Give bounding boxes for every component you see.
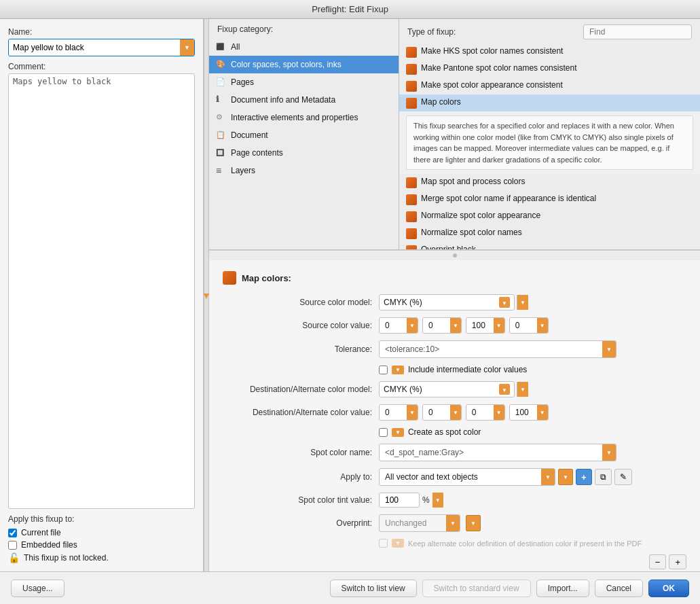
embedded-files-checkbox[interactable] bbox=[8, 541, 17, 550]
spot-tint-input[interactable] bbox=[379, 493, 420, 508]
cancel-button[interactable]: Cancel bbox=[595, 580, 643, 597]
spot-color-name-control: <d_spot_name:Gray> bbox=[379, 444, 616, 461]
embedded-files-row: Embedded files bbox=[8, 540, 195, 550]
source-val-1-arrow[interactable] bbox=[450, 318, 461, 333]
ok-button[interactable]: OK bbox=[648, 580, 689, 597]
apply-section: Apply this fixup to: Current file Embedd… bbox=[8, 514, 195, 563]
dest-color-model-dropdown-btn[interactable] bbox=[517, 382, 528, 397]
fixup-icon-hks bbox=[406, 47, 417, 58]
fixup-type-pantone[interactable]: Make Pantone spot color names consistent bbox=[399, 60, 700, 77]
tolerance-arrow[interactable] bbox=[602, 341, 616, 357]
spot-color-name-arrow[interactable] bbox=[602, 444, 616, 461]
dest-val-3-arrow[interactable] bbox=[537, 405, 548, 420]
overprint-value: Unchanged bbox=[380, 516, 446, 530]
apply-to-plus-btn[interactable]: + bbox=[576, 469, 592, 485]
include-intermediate-checkbox[interactable] bbox=[379, 366, 388, 374]
panel-splitter[interactable]: ▼ bbox=[204, 19, 209, 571]
current-file-row: Current file bbox=[8, 528, 195, 537]
include-intermediate-row: ▼ Include intermediate color values bbox=[223, 365, 686, 374]
switch-list-button[interactable]: Switch to list view bbox=[330, 580, 417, 597]
name-dropdown-btn[interactable] bbox=[180, 39, 194, 56]
find-input[interactable] bbox=[583, 24, 692, 39]
source-val-3-num: 0 bbox=[510, 319, 537, 332]
spot-tint-arrow[interactable] bbox=[432, 493, 443, 508]
dest-val-2-arrow[interactable] bbox=[494, 405, 504, 420]
color-icon bbox=[216, 59, 227, 70]
dest-color-model-label: Destination/Alternate color model: bbox=[223, 385, 372, 394]
category-item-all[interactable]: All bbox=[209, 38, 399, 56]
fixup-type-normalize-names[interactable]: Normalize spot color names bbox=[399, 225, 700, 242]
source-val-1: 0 bbox=[422, 317, 462, 334]
apply-to-copy-btn[interactable]: ⧉ bbox=[595, 469, 612, 485]
fixup-type-merge-spot[interactable]: Merge spot color name if appearance is i… bbox=[399, 191, 700, 208]
category-item-doc-info[interactable]: Document info and Metadata bbox=[209, 91, 399, 109]
create-spot-checkbox[interactable] bbox=[379, 428, 388, 437]
fixup-category-section: Fixup category: All Color spaces, spot c… bbox=[209, 19, 399, 249]
detail-panel: Map colors: Source color model: CMYK (%)… bbox=[209, 260, 700, 571]
overprint-arrow2[interactable] bbox=[466, 515, 481, 531]
source-val-0-arrow[interactable] bbox=[407, 318, 418, 333]
fixup-type-overprint-black[interactable]: Overprint black bbox=[399, 242, 700, 249]
apply-to-arrow2[interactable] bbox=[558, 469, 573, 485]
comment-input[interactable] bbox=[8, 73, 195, 509]
fixup-type-map-colors[interactable]: Map colors bbox=[399, 94, 700, 111]
dest-color-model-row: Destination/Alternate color model: CMYK … bbox=[223, 381, 686, 397]
fixup-type-description: This fixup searches for a specified colo… bbox=[399, 111, 700, 174]
overprint-arrow[interactable] bbox=[446, 515, 460, 531]
minus-plus-row: − + bbox=[223, 554, 686, 569]
name-input[interactable] bbox=[9, 40, 180, 55]
current-file-checkbox[interactable] bbox=[8, 529, 17, 537]
dest-val-1: 0 bbox=[422, 404, 462, 421]
source-color-model-dropdown-btn[interactable] bbox=[517, 295, 528, 310]
spot-color-name-value: <d_spot_name:Gray> bbox=[380, 446, 602, 459]
plus-small-btn[interactable]: + bbox=[669, 554, 686, 569]
document-icon bbox=[216, 130, 227, 141]
minus-btn[interactable]: − bbox=[649, 554, 667, 569]
lock-label: This fixup is not locked. bbox=[24, 553, 109, 563]
source-color-model-select[interactable]: CMYK (%) bbox=[379, 294, 515, 310]
spot-color-name-select[interactable]: <d_spot_name:Gray> bbox=[379, 444, 616, 461]
include-intermediate-label: Include intermediate color values bbox=[408, 365, 527, 374]
category-item-layers[interactable]: Layers bbox=[209, 162, 399, 179]
source-color-value-row: Source color value: 0 0 100 bbox=[223, 317, 686, 334]
usage-button[interactable]: Usage... bbox=[11, 580, 65, 597]
switch-standard-button: Switch to standard view bbox=[422, 580, 531, 597]
fixup-icon-overprint-black bbox=[406, 245, 417, 249]
category-label-interactive: Interactive elements and properties bbox=[231, 113, 358, 122]
tolerance-value: <tolerance:10> bbox=[380, 342, 602, 356]
lock-icon: 🔓 bbox=[8, 552, 20, 563]
apply-to-edit-btn[interactable]: ✎ bbox=[614, 469, 632, 485]
category-item-interactive[interactable]: Interactive elements and properties bbox=[209, 109, 399, 126]
import-button[interactable]: Import... bbox=[536, 580, 589, 597]
apply-to-value: All vector and text objects bbox=[380, 470, 541, 484]
category-item-pages[interactable]: Pages bbox=[209, 73, 399, 91]
keep-alternate-checkbox[interactable] bbox=[379, 539, 388, 548]
dest-val-1-arrow[interactable] bbox=[450, 405, 461, 420]
source-color-model-value: CMYK (%) bbox=[384, 298, 422, 307]
dest-color-model-value: CMYK (%) bbox=[384, 385, 422, 394]
dest-val-0-arrow[interactable] bbox=[407, 405, 418, 420]
category-label-document: Document bbox=[231, 130, 268, 140]
dest-color-model-select[interactable]: CMYK (%) bbox=[379, 381, 515, 397]
doc-info-icon bbox=[216, 94, 227, 105]
intermediate-orange-btn[interactable]: ▼ bbox=[392, 366, 404, 374]
tolerance-select[interactable]: <tolerance:10> bbox=[379, 340, 616, 358]
overprint-row: Overprint: Unchanged bbox=[223, 514, 686, 532]
bottom-right-buttons: Switch to list view Switch to standard v… bbox=[330, 580, 689, 597]
fixup-type-appearance[interactable]: Make spot color appearance consistent bbox=[399, 77, 700, 94]
spot-orange-btn[interactable]: ▼ bbox=[392, 428, 404, 437]
category-item-page-contents[interactable]: Page contents bbox=[209, 144, 399, 162]
category-item-document[interactable]: Document bbox=[209, 126, 399, 144]
apply-to-select[interactable]: All vector and text objects bbox=[379, 468, 555, 486]
apply-to-arrow1[interactable] bbox=[541, 469, 555, 485]
source-val-3-arrow[interactable] bbox=[537, 318, 548, 333]
fixup-type-normalize-appearance[interactable]: Normalize spot color appearance bbox=[399, 208, 700, 225]
source-val-1-num: 0 bbox=[423, 319, 450, 332]
category-item-color-spaces[interactable]: Color spaces, spot colors, inks bbox=[209, 56, 399, 73]
percent-label: % bbox=[422, 495, 430, 505]
fixup-type-map-spot[interactable]: Map spot and process colors bbox=[399, 174, 700, 191]
overprint-select[interactable]: Unchanged bbox=[379, 514, 460, 532]
fixup-type-hks[interactable]: Make HKS spot color names consistent bbox=[399, 43, 700, 60]
fixup-label-appearance: Make spot color appearance consistent bbox=[421, 80, 563, 90]
source-val-2-arrow[interactable] bbox=[494, 318, 504, 333]
